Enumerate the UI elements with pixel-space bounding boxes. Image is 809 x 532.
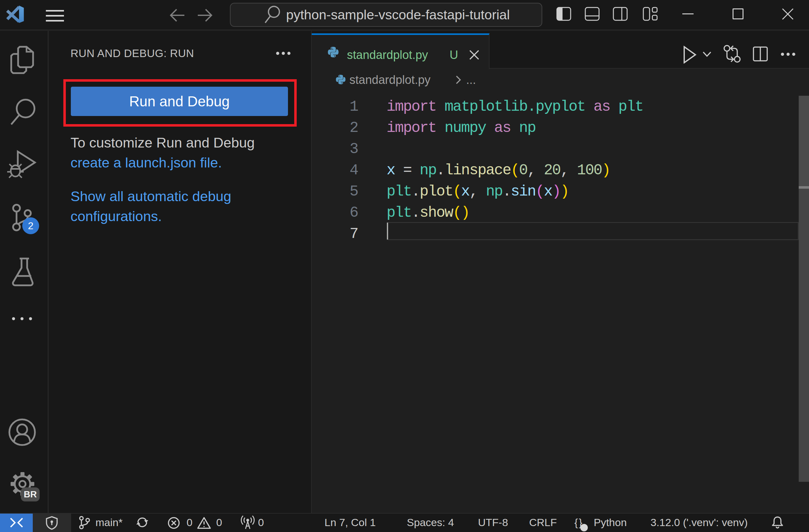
svg-text:2: 2	[28, 220, 34, 231]
